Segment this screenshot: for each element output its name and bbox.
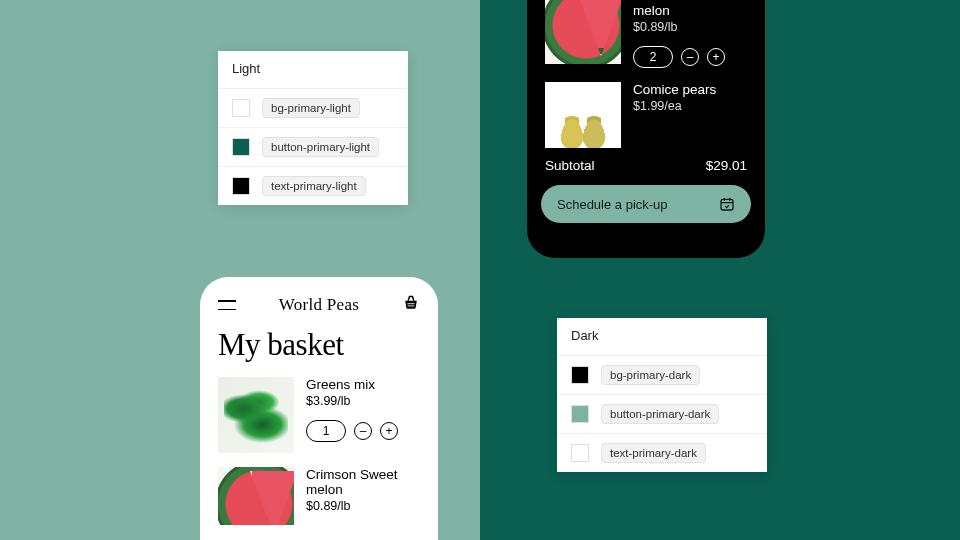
schedule-pickup-label: Schedule a pick-up	[557, 197, 668, 212]
product-name: Comice pears	[633, 82, 747, 97]
swatch	[232, 138, 250, 156]
product-price: $3.99/lb	[306, 394, 420, 408]
increment-button[interactable]: +	[380, 422, 398, 440]
token-label: bg-primary-dark	[601, 365, 700, 385]
subtotal-value: $29.01	[706, 158, 747, 173]
phone-preview-light: World Peas My basket Greens mix $3.99/lb…	[200, 277, 438, 540]
cart-item: Crimson Sweet melon $0.89/lb	[200, 467, 438, 525]
palette-row: button-primary-light	[218, 128, 408, 167]
palette-title: Light	[218, 51, 408, 89]
schedule-pickup-button[interactable]: Schedule a pick-up	[541, 185, 751, 223]
palette-row: bg-primary-dark	[557, 356, 767, 395]
cart-item: Crimson Sweet melon $0.89/lb 2 – +	[527, 0, 765, 82]
page-title: My basket	[200, 321, 438, 377]
swatch	[232, 99, 250, 117]
product-price: $1.99/ea	[633, 99, 747, 113]
increment-button[interactable]: +	[707, 48, 725, 66]
swatch	[232, 177, 250, 195]
token-label: button-primary-light	[262, 137, 379, 157]
token-label: bg-primary-light	[262, 98, 360, 118]
product-name: Greens mix	[306, 377, 420, 392]
palette-card-light: Light bg-primary-light button-primary-li…	[218, 51, 408, 205]
swatch	[571, 405, 589, 423]
cart-item: Greens mix $3.99/lb 1 – +	[200, 377, 438, 467]
product-name: Crimson Sweet melon	[306, 467, 420, 497]
product-thumbnail	[218, 377, 294, 453]
quantity-value[interactable]: 2	[633, 46, 673, 68]
subtotal-row: Subtotal $29.01	[527, 148, 765, 185]
basket-icon[interactable]	[402, 295, 420, 315]
calendar-icon	[719, 196, 735, 212]
product-thumbnail	[545, 82, 621, 148]
subtotal-label: Subtotal	[545, 158, 595, 173]
product-thumbnail	[218, 467, 294, 525]
palette-row: bg-primary-light	[218, 89, 408, 128]
palette-row: button-primary-dark	[557, 395, 767, 434]
swatch	[571, 366, 589, 384]
phone-preview-dark: Crimson Sweet melon $0.89/lb 2 – + Comic…	[527, 0, 765, 258]
brand-title: World Peas	[279, 295, 359, 315]
palette-row: text-primary-dark	[557, 434, 767, 472]
cart-item: Comice pears $1.99/ea	[527, 82, 765, 148]
menu-icon[interactable]	[218, 300, 236, 310]
decrement-button[interactable]: –	[681, 48, 699, 66]
palette-card-dark: Dark bg-primary-dark button-primary-dark…	[557, 318, 767, 472]
product-price: $0.89/lb	[633, 20, 747, 34]
product-price: $0.89/lb	[306, 499, 420, 513]
token-label: text-primary-light	[262, 176, 366, 196]
swatch	[571, 444, 589, 462]
palette-row: text-primary-light	[218, 167, 408, 205]
product-name: Crimson Sweet melon	[633, 0, 747, 18]
palette-title: Dark	[557, 318, 767, 356]
token-label: button-primary-dark	[601, 404, 719, 424]
quantity-value[interactable]: 1	[306, 420, 346, 442]
decrement-button[interactable]: –	[354, 422, 372, 440]
svg-rect-0	[721, 199, 733, 210]
product-thumbnail	[545, 0, 621, 64]
token-label: text-primary-dark	[601, 443, 706, 463]
